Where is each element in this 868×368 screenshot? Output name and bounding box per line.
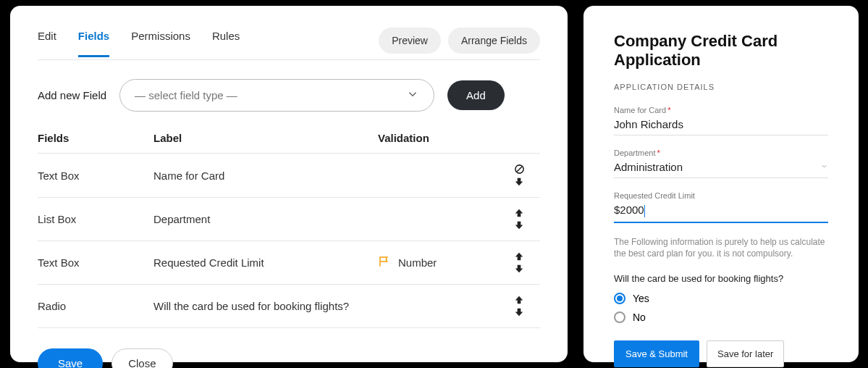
save-submit-button[interactable]: Save & Submit: [614, 340, 699, 367]
cell-type: Text Box: [38, 256, 153, 269]
move-down-icon[interactable]: [514, 177, 524, 187]
col-validation: Validation: [378, 132, 501, 144]
form-footer: Save & Submit Save for later: [614, 340, 828, 367]
col-fields: Fields: [38, 132, 153, 144]
field-type-select[interactable]: — select field type —: [119, 79, 434, 112]
cell-type: Radio: [38, 300, 153, 312]
form-title: Company Credit Card Application: [614, 32, 828, 70]
table-row: Text Box Name for Card: [38, 154, 540, 198]
chevron-down-icon: [406, 88, 419, 103]
text-cursor: [644, 205, 645, 217]
field-type-placeholder: — select field type —: [135, 89, 237, 101]
tab-fields[interactable]: Fields: [78, 30, 109, 57]
move-down-icon[interactable]: [514, 264, 524, 274]
limit-field[interactable]: Requested Credit Limit $2000: [614, 191, 828, 223]
cell-label: Name for Card: [153, 170, 378, 182]
section-label: APPLICATION DETAILS: [614, 83, 828, 91]
cell-label: Department: [153, 213, 378, 225]
form-preview-panel: Company Credit Card Application APPLICAT…: [583, 6, 859, 362]
cell-label: Requested Credit Limit: [153, 256, 378, 269]
tab-edit[interactable]: Edit: [38, 30, 56, 57]
radio-label: Yes: [633, 293, 649, 304]
tab-rules[interactable]: Rules: [212, 30, 240, 57]
move-up-icon[interactable]: [514, 251, 524, 262]
hint-text: The Following information is purely to h…: [614, 236, 828, 261]
radio-label: No: [633, 311, 646, 323]
radio-option-yes[interactable]: Yes: [614, 293, 828, 304]
preview-button[interactable]: Preview: [379, 28, 441, 54]
cell-type: List Box: [38, 213, 153, 225]
save-button[interactable]: Save: [38, 348, 103, 368]
name-label: Name for Card*: [614, 106, 828, 114]
move-down-icon[interactable]: [514, 220, 524, 230]
table-row: Text Box Requested Credit Limit Number: [38, 241, 540, 285]
radio-group: Yes No: [614, 293, 828, 323]
cell-type: Text Box: [38, 170, 153, 182]
name-field[interactable]: Name for Card* John Richards: [614, 106, 828, 135]
field-editor-panel: Edit Fields Permissions Rules Preview Ar…: [10, 6, 568, 362]
chevron-down-icon: [820, 162, 828, 172]
table-header: Fields Label Validation: [38, 132, 540, 154]
col-label: Label: [153, 132, 378, 144]
move-down-icon[interactable]: [514, 307, 524, 317]
close-button[interactable]: Close: [111, 348, 172, 368]
move-up-icon[interactable]: [514, 208, 524, 218]
validation-text: Number: [398, 256, 437, 269]
add-field-label: Add new Field: [38, 89, 106, 101]
limit-label: Requested Credit Limit: [614, 191, 828, 200]
disabled-icon: [514, 164, 525, 175]
editor-footer: Save Close: [38, 348, 540, 368]
limit-value[interactable]: $2000: [614, 204, 644, 216]
radio-icon: [614, 311, 625, 323]
table-row: List Box Department: [38, 198, 540, 241]
flag-icon: [378, 255, 391, 270]
radio-question: Will the card be used for booking flight…: [614, 273, 828, 284]
fields-table: Fields Label Validation Text Box Name fo…: [38, 132, 540, 328]
save-later-button[interactable]: Save for later: [707, 340, 784, 367]
svg-line-1: [516, 166, 522, 172]
arrange-fields-button[interactable]: Arrange Fields: [448, 28, 540, 54]
table-row: Radio Will the card be used for booking …: [38, 285, 540, 328]
dept-value[interactable]: Administration: [614, 161, 683, 173]
name-value[interactable]: John Richards: [614, 118, 828, 130]
add-button[interactable]: Add: [447, 80, 505, 110]
tab-permissions[interactable]: Permissions: [131, 30, 190, 57]
add-field-row: Add new Field — select field type — Add: [38, 79, 540, 112]
cell-label: Will the card be used for booking flight…: [153, 300, 378, 312]
dept-label: Department*: [614, 149, 828, 157]
move-up-icon[interactable]: [514, 295, 524, 305]
tab-bar: Edit Fields Permissions Rules Preview Ar…: [38, 28, 540, 60]
radio-icon: [614, 293, 625, 304]
radio-option-no[interactable]: No: [614, 311, 828, 323]
cell-validation: Number: [378, 255, 501, 270]
dept-field[interactable]: Department* Administration: [614, 149, 828, 178]
